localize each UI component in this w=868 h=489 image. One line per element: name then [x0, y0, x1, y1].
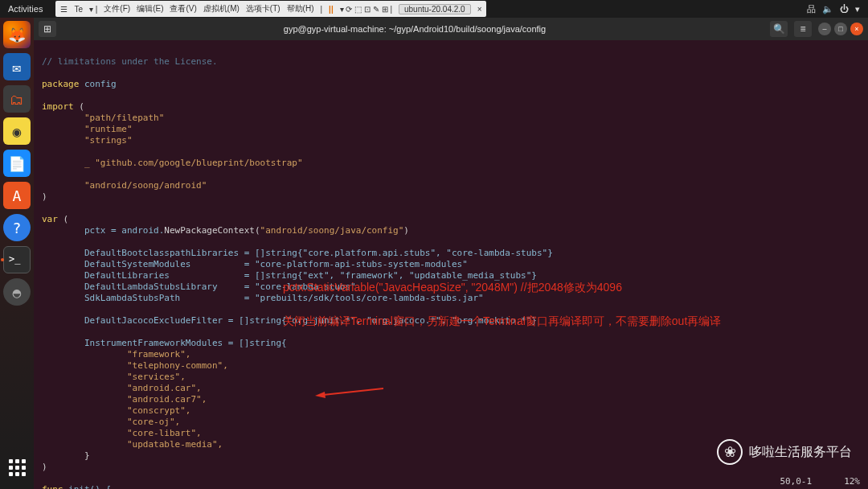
code-line: ): [42, 191, 47, 202]
dock-thunderbird[interactable]: ✉: [3, 53, 31, 80]
vm-menu-view[interactable]: 查看(V): [170, 3, 196, 14]
status-menu[interactable]: 品 🔈 ⏻ ▾: [807, 3, 868, 15]
code-line: "runtime": [42, 124, 133, 134]
window-title: gyp@gyp-virtual-machine: ~/gyp/Android10…: [59, 24, 770, 34]
vm-tab[interactable]: ubuntu-20.04.2.0: [399, 4, 471, 14]
annotation-arrow: [283, 376, 351, 387]
sound-icon: 🔈: [822, 4, 833, 14]
vm-menu-edit[interactable]: 编辑(E): [137, 3, 163, 14]
code-line: "strings": [42, 135, 133, 146]
scroll-pct: 12%: [844, 476, 860, 487]
code-line: SdkLambdaStubsPath = "prebuilts/sdk/tool…: [42, 293, 484, 303]
vm-icon: ☰: [60, 5, 68, 14]
minimize-button[interactable]: –: [818, 23, 831, 35]
dock-rhythmbox[interactable]: ◉: [3, 117, 31, 145]
code-line: DefaultSystemModules = "core-platform-ap…: [42, 259, 468, 269]
annotation-1: pctx.StaticVariable("JavacHeapSize", "20…: [283, 281, 622, 293]
code-line: var: [42, 214, 58, 224]
activities-button[interactable]: Activities: [0, 4, 51, 14]
dock-writer[interactable]: 📄: [3, 150, 31, 177]
dock-help[interactable]: ?: [3, 214, 31, 241]
svg-line-0: [323, 388, 383, 395]
watermark: ❀ 哆啦生活服务平台: [717, 439, 852, 465]
code-line: "core-libart",: [42, 428, 202, 438]
vm-menu-file[interactable]: 文件(F): [104, 3, 130, 14]
dock-software[interactable]: A: [3, 182, 31, 209]
code-line: "android/soong/android": [42, 180, 207, 191]
vm-pause-icon[interactable]: ||: [329, 5, 334, 14]
cursor-pos: 50,0-1: [780, 476, 812, 487]
dropdown-icon: ▾: [855, 4, 860, 14]
code-line: // limitations under the License.: [42, 56, 218, 67]
menu-button[interactable]: ≡: [794, 21, 812, 37]
vm-menu-vm[interactable]: 虚拟机(M): [203, 3, 240, 14]
watermark-text: 哆啦生活服务平台: [749, 446, 852, 458]
code-line: ): [42, 462, 47, 472]
network-icon: 品: [807, 3, 816, 15]
vm-menu-te[interactable]: Te: [74, 5, 83, 14]
code-line: "conscrypt",: [42, 405, 190, 416]
close-button[interactable]: ×: [850, 23, 863, 35]
search-icon[interactable]: 🔍: [770, 21, 788, 37]
code-line: _ "github.com/google/blueprint/bootstrap…: [42, 158, 303, 168]
vm-sep: ▾ |: [89, 5, 97, 14]
code-line: "android.car",: [42, 383, 202, 393]
svg-marker-1: [315, 392, 326, 398]
code-line: DefaultLibraries = []string{"ext", "fram…: [42, 270, 537, 281]
dock-firefox[interactable]: 🦊: [3, 21, 31, 48]
code-line: package: [42, 79, 79, 89]
power-icon: ⏻: [840, 4, 849, 14]
ubuntu-dock: 🦊 ✉ 🗂 ◉ 📄 A ? ◓: [0, 18, 34, 489]
vm-menu-help[interactable]: 帮助(H): [287, 3, 314, 14]
code-line: import: [42, 101, 74, 112]
terminal-window: ⊞ gyp@gyp-virtual-machine: ~/gyp/Android…: [34, 18, 868, 489]
code-line: func: [42, 484, 63, 489]
vm-menu-bar[interactable]: ☰ Te ▾ | 文件(F) 编辑(E) 查看(V) 虚拟机(M) 选项卡(T)…: [55, 1, 486, 17]
annotation-2: 关闭当前编译Terminal窗口，另新建一个Terminal窗口再编译即可，不需…: [283, 315, 721, 327]
code-line: "services",: [42, 372, 186, 382]
dock-terminal[interactable]: [3, 246, 31, 273]
maximize-button[interactable]: □: [834, 23, 847, 35]
code-line: DefaultBootclasspathLibraries = []string…: [42, 248, 553, 258]
dock-files[interactable]: 🗂: [3, 85, 31, 113]
terminal-titlebar[interactable]: ⊞ gyp@gyp-virtual-machine: ~/gyp/Android…: [34, 18, 868, 40]
code-line: "core-oj",: [42, 417, 180, 427]
editor-content[interactable]: // limitations under the License. packag…: [34, 40, 868, 489]
vm-tab-close-icon[interactable]: ×: [477, 5, 482, 14]
code-line: "path/filepath": [42, 113, 164, 123]
new-tab-button[interactable]: ⊞: [39, 21, 56, 37]
wechat-icon: ❀: [717, 439, 743, 465]
code-line: "android.car7",: [42, 394, 207, 405]
dock-disc[interactable]: ◓: [3, 278, 31, 306]
vm-menu-tabs[interactable]: 选项卡(T): [246, 3, 280, 14]
vim-statusbar: 50,0-1 12%: [780, 476, 860, 487]
code-line: "telephony-common",: [42, 360, 228, 371]
dock-show-apps[interactable]: [3, 454, 31, 481]
code-line: InstrumentFrameworkModules = []string{: [42, 338, 287, 348]
code-line: }: [42, 450, 90, 461]
code-line: "updatable-media",: [42, 439, 223, 450]
code-line: "framework",: [42, 349, 190, 360]
code-line: pctx = android.: [42, 225, 164, 236]
vm-toolbar-icons[interactable]: ▾ ⟳ ⬚ ⊡ ✎ ⊞ |: [340, 5, 392, 14]
gnome-top-panel: Activities ☰ Te ▾ | 文件(F) 编辑(E) 查看(V) 虚拟…: [0, 0, 868, 18]
